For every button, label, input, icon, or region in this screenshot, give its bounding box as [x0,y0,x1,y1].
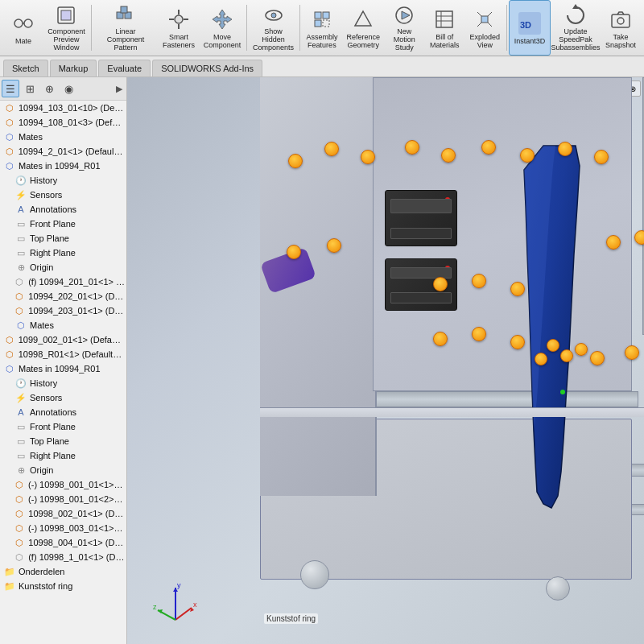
tree-icon-item2: ⬡ [3,116,16,129]
svg-rect-4 [61,10,71,20]
toolbar-update-speedpak-button[interactable]: Update SpeedPak Subassemblies [551,0,601,56]
tree-item-item8[interactable]: AAnnotations [0,202,126,217]
toolbar-assembly-features-button[interactable]: Assembly Features [302,0,342,56]
toolbar-reference-geometry-button[interactable]: Reference Geometry [342,0,384,56]
tab-sketch[interactable]: Sketch [3,60,48,76]
sidebar-show-components-button[interactable]: ◉ [60,80,77,97]
tree-icon-item15: ⬡ [13,304,26,317]
tree-item-item1[interactable]: ⬡10994_103_01<10> (Defau [0,101,126,115]
svg-line-31 [477,23,481,27]
fastener-23 [606,235,621,250]
assembly-features-icon [309,6,335,32]
cylinder-2 [546,576,570,601]
tree-label-item10: Top Plane [30,233,69,243]
fastener-11 [327,238,341,253]
component-preview-icon [53,3,79,27]
tree-item-item16[interactable]: ⬡Mates [0,318,126,332]
tree-item-item21[interactable]: ⚡Sensors [0,390,126,405]
tree-item-item22[interactable]: AAnnotations [0,405,126,419]
tree-icon-item17: ⬡ [3,333,16,346]
tree-label-item26: Origin [30,465,53,475]
tab-evaluate[interactable]: Evaluate [98,60,151,76]
toolbar-instant3d-button[interactable]: 3D Instant3D [509,0,551,56]
fastener-24 [634,230,644,245]
tree-item-item10[interactable]: ▭Top Plane [0,231,126,246]
fastener-3 [361,150,375,164]
svg-rect-28 [481,16,488,23]
tree-item-item9[interactable]: ▭Front Plane [0,217,126,231]
toolbar-show-hidden-button[interactable]: Show Hidden Components [249,0,298,56]
tree-icon-item3: ⬡ [3,130,16,143]
sidebar-list-view-button[interactable]: ☰ [2,80,19,97]
tree-label-item5: Mates in 10994_R01 [19,161,101,171]
toolbar-move-component-button[interactable]: Move Component [200,0,246,56]
tab-markup[interactable]: Markup [50,60,97,76]
tree-item-item11[interactable]: ▭Right Plane [0,246,126,260]
reference-geometry-icon [350,6,376,32]
tree-item-item27[interactable]: ⬡(-) 10998_001_01<1> (Defa [0,477,126,492]
fastener-2 [324,142,339,156]
tree-item-item25[interactable]: ▭Right Plane [0,448,126,463]
take-snapshot-icon [608,6,634,32]
tree-item-item17[interactable]: ⬡1099_002_01<1> (Default<<De [0,332,126,347]
tree-item-item19[interactable]: ⬡Mates in 10994_R01 [0,361,126,376]
tree-item-item15[interactable]: ⬡10994_203_01<1> (Default [0,303,126,318]
tree-label-item32: (f) 10998_1_01<1> (Default [28,552,125,562]
tree-item-item24[interactable]: ▭Top Plane [0,434,126,448]
tree-item-item6[interactable]: 🕐History [0,173,126,188]
tree-icon-item23: ▭ [14,420,27,433]
tree-item-item7[interactable]: ⚡Sensors [0,188,126,202]
tree-icon-item18: ⬡ [3,348,16,361]
tree-item-item4[interactable]: ⬡10994_2_01<1> (Default<Displ [0,144,126,159]
toolbar-exploded-view-button[interactable]: Exploded View [464,0,505,56]
tree-item-item34[interactable]: 📁Kunststof ring [0,579,126,593]
tree-item-item14[interactable]: ⬡10994_202_01<1> (Default [0,289,126,303]
tree-item-item31[interactable]: ⬡10998_004_01<1> (Default [0,535,126,550]
tree-label-item17: 1099_002_01<1> (Default<<De [19,335,125,345]
toolbar-divider-3 [299,5,300,51]
toolbar-component-preview-button[interactable]: Component Preview Window [43,0,89,56]
tree-icon-item8: A [14,203,27,216]
linear-component-pattern-icon [113,3,138,27]
fastener-13 [472,274,486,288]
tree-item-item26[interactable]: ⊕Origin [0,463,126,477]
tree-item-item18[interactable]: ⬡10998_R01<1> (Default<Displa [0,347,126,361]
toolbar-bill-of-materials-button[interactable]: Bill of Materials [424,0,464,56]
tree-item-item20[interactable]: 🕐History [0,376,126,390]
update-speedpak-label: Update SpeedPak Subassemblies [551,28,600,52]
tree-item-item23[interactable]: ▭Front Plane [0,419,126,434]
toolbar-smart-fasteners-button[interactable]: Smart Fasteners [159,0,200,56]
instant3d-icon: 3D [517,10,543,36]
toolbar-take-snapshot-button[interactable]: Take Snapshot [601,0,641,56]
tree-item-item29[interactable]: ⬡10998_002_01<1> (Default [0,506,126,521]
sidebar-filter-button[interactable]: ⊕ [40,80,58,97]
toolbar-mate-button[interactable]: Mate [3,0,43,56]
fastener-1 [288,154,303,168]
tree-label-item19: Mates in 10994_R01 [19,364,101,374]
fastener-6 [481,140,496,155]
3d-viewport[interactable]: ⊞ ⊕ ◎ ⊗ [127,77,644,644]
tree-label-item13: (f) 10994_201_01<1> (Defa [28,277,125,287]
tree-icon-item9: ▭ [14,217,27,230]
toolbar-linear-component-pattern-button[interactable]: Linear Component Pattern [93,0,159,56]
sidebar-grid-view-button[interactable]: ⊞ [21,80,39,97]
toolbar-new-motion-button[interactable]: New Motion Study [384,0,424,56]
new-motion-label: New Motion Study [394,28,415,52]
tree-item-item2[interactable]: ⬡10994_108_01<3> (Default [0,115,126,130]
tree-icon-item10: ▭ [14,232,27,245]
tree-label-item6: History [30,175,57,185]
svg-point-0 [14,19,23,27]
tree-item-item32[interactable]: ⬡(f) 10998_1_01<1> (Default [0,550,126,564]
toolbar-divider-1 [91,5,92,51]
tree-item-item30[interactable]: ⬡(-) 10998_003_01<1> (Defa [0,521,126,535]
tree-label-item29: 10998_002_01<1> (Default [28,509,125,518]
tree-item-item3[interactable]: ⬡Mates [0,130,126,144]
tree-icon-item12: ⊕ [14,261,27,274]
tab-solidworks-addins[interactable]: SOLIDWORKS Add-Ins [152,60,262,76]
tree-item-item13[interactable]: ⬡(f) 10994_201_01<1> (Defa [0,275,126,289]
sidebar-collapse-button[interactable]: ▶ [114,80,125,97]
tree-item-item12[interactable]: ⊕Origin [0,260,126,275]
tree-item-item28[interactable]: ⬡(-) 10998_001_01<2> (Defa [0,492,126,506]
tree-item-item5[interactable]: ⬡Mates in 10994_R01 [0,159,126,173]
tree-item-item33[interactable]: 📁Onderdelen [0,564,126,579]
